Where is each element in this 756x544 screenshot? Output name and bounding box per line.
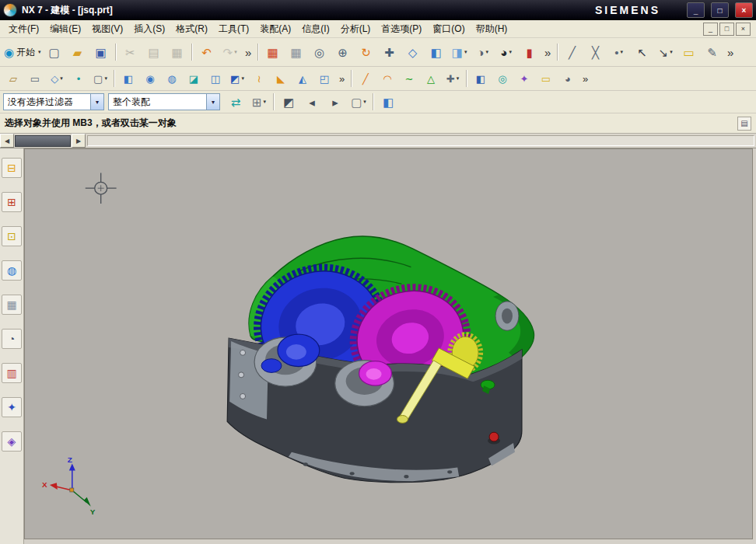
measure-distance-button[interactable]: ▭ bbox=[535, 68, 557, 89]
palette-tab[interactable]: ▥ bbox=[2, 363, 22, 383]
select-arrow-button[interactable]: ↖ bbox=[631, 41, 654, 63]
datum-plane-dropdown[interactable]: ◇▾ bbox=[46, 68, 68, 89]
close-button[interactable]: × bbox=[735, 2, 753, 18]
gear-hub-magenta[interactable] bbox=[359, 361, 392, 385]
toolbar-overflow-button-5[interactable]: » bbox=[579, 68, 592, 89]
shaded-view-dropdown[interactable]: ◑▾ bbox=[471, 41, 495, 63]
menu-analysis[interactable]: 分析(L) bbox=[335, 21, 376, 37]
sketch-button[interactable]: ▱ bbox=[2, 68, 24, 89]
menu-assemblies[interactable]: 装配(A) bbox=[254, 21, 296, 37]
menu-insert[interactable]: 插入(S) bbox=[128, 21, 170, 37]
sketch-task-button[interactable]: ▭ bbox=[24, 68, 46, 89]
next-selection-button[interactable]: ▸ bbox=[324, 91, 347, 113]
menu-tools[interactable]: 工具(T) bbox=[213, 21, 254, 37]
scroll-handle[interactable] bbox=[15, 135, 71, 147]
prev-selection-button[interactable]: ◂ bbox=[300, 91, 324, 113]
revolve-button[interactable]: ◉ bbox=[139, 68, 161, 89]
scroll-right-button[interactable]: ▶ bbox=[72, 134, 86, 148]
scroll-track[interactable] bbox=[87, 135, 754, 146]
system-scenes-tab[interactable]: ◈ bbox=[2, 431, 22, 452]
menu-preferences[interactable]: 首选项(P) bbox=[376, 21, 427, 37]
trim-body-button[interactable]: ◭ bbox=[292, 68, 313, 89]
isometric-view-button[interactable]: ◧ bbox=[425, 41, 448, 63]
toolbar-overflow-button-4[interactable]: » bbox=[335, 68, 348, 89]
point-button[interactable]: • bbox=[68, 68, 89, 89]
wcs-orient-button[interactable]: ✦ bbox=[513, 68, 535, 89]
chamfer-button[interactable]: ◣ bbox=[270, 68, 292, 89]
zoom-area-button[interactable]: ◎ bbox=[308, 41, 331, 63]
unite-dropdown[interactable]: ◩▾ bbox=[226, 68, 248, 89]
roles-tab[interactable]: ✦ bbox=[2, 397, 22, 417]
dropdown-arrow-icon[interactable]: ▾ bbox=[90, 94, 103, 110]
cue-panel-button[interactable]: ▤ bbox=[737, 117, 751, 131]
shell-button[interactable]: ◰ bbox=[313, 68, 335, 89]
menu-format[interactable]: 格式(R) bbox=[170, 21, 213, 37]
viewport-canvas[interactable]: Z X Y bbox=[25, 149, 752, 539]
menu-help[interactable]: 帮助(H) bbox=[471, 21, 513, 37]
polygon-button[interactable]: △ bbox=[420, 68, 442, 89]
move-component-button[interactable]: ◧ bbox=[470, 68, 492, 89]
part-navigator-tab[interactable]: ⊡ bbox=[2, 226, 22, 246]
boss-button[interactable]: ◪ bbox=[183, 68, 205, 89]
snap-end-point-button[interactable]: ╱ bbox=[561, 41, 584, 63]
dropdown-arrow-icon[interactable]: ▾ bbox=[206, 94, 219, 110]
assembly-constraints-button[interactable]: ◎ bbox=[492, 68, 513, 89]
constraint-navigator-tab[interactable]: ⊞ bbox=[2, 192, 22, 212]
toolbar-overflow-button-2[interactable]: » bbox=[541, 41, 555, 63]
arc-button[interactable]: ◠ bbox=[376, 68, 398, 89]
section-view-button[interactable]: ▮ bbox=[518, 41, 541, 63]
menu-view[interactable]: 视图(V) bbox=[86, 21, 128, 37]
menu-window[interactable]: 窗口(O) bbox=[427, 21, 470, 37]
save-button[interactable]: ▣ bbox=[89, 41, 113, 63]
menu-edit[interactable]: 编辑(E) bbox=[44, 21, 86, 37]
extrude-button[interactable]: ◧ bbox=[117, 68, 139, 89]
maximize-button[interactable]: □ bbox=[711, 2, 729, 18]
material-properties-button[interactable]: ◕ bbox=[557, 68, 579, 89]
graphics-window[interactable]: Z X Y bbox=[24, 148, 753, 539]
internet-explorer-tab[interactable]: ◍ bbox=[2, 260, 22, 281]
mdi-minimize-button[interactable]: _ bbox=[703, 23, 718, 36]
menu-information[interactable]: 信息(I) bbox=[296, 21, 334, 37]
history-tab[interactable]: ▦ bbox=[2, 295, 22, 315]
layer-settings-button[interactable]: ▦ bbox=[285, 41, 308, 63]
curve-dropdown[interactable]: ▢▾ bbox=[89, 68, 111, 89]
minimize-button[interactable]: _ bbox=[687, 2, 705, 18]
selection-filter-dropdown[interactable]: 没有选择过滤器 ▾ bbox=[3, 93, 104, 110]
show-hide-button[interactable]: ▦ bbox=[261, 41, 285, 63]
edge-blend-button[interactable]: ≀ bbox=[248, 68, 270, 89]
rendering-style-dropdown[interactable]: ◕▾ bbox=[495, 41, 518, 63]
spline-button[interactable]: ∼ bbox=[398, 68, 420, 89]
redo-dropdown-button[interactable]: ↷▾ bbox=[219, 41, 242, 63]
interpart-link-button[interactable]: ⇄ bbox=[224, 91, 247, 113]
snap-point-dropdown[interactable]: •▾ bbox=[607, 41, 631, 63]
gearbox-model[interactable] bbox=[227, 236, 534, 483]
pocket-button[interactable]: ◫ bbox=[205, 68, 226, 89]
hole-button[interactable]: ◍ bbox=[161, 68, 183, 89]
snap-mid-point-button[interactable]: ╳ bbox=[584, 41, 607, 63]
zoom-in-out-button[interactable]: ⊕ bbox=[331, 41, 355, 63]
new-file-button[interactable]: ▢ bbox=[43, 41, 66, 63]
scroll-left-button[interactable]: ◀ bbox=[0, 134, 14, 148]
paste-button[interactable]: ▦ bbox=[166, 41, 189, 63]
selection-rectangle-dropdown[interactable]: ▢▾ bbox=[347, 91, 370, 113]
measure-tool-button[interactable]: ▭ bbox=[677, 41, 701, 63]
undo-button[interactable]: ↶ bbox=[195, 41, 219, 63]
mdi-close-button[interactable]: × bbox=[736, 23, 751, 36]
right-bearing-boss[interactable] bbox=[495, 302, 519, 330]
trimetric-view-dropdown[interactable]: ◨▾ bbox=[448, 41, 471, 63]
edit-display-button[interactable]: ✎ bbox=[701, 41, 724, 63]
pan-view-button[interactable]: ✚ bbox=[378, 41, 401, 63]
toolbar-overflow-button-3[interactable]: » bbox=[724, 41, 737, 63]
rotate-view-button[interactable]: ↻ bbox=[355, 41, 378, 63]
copy-button[interactable]: ▤ bbox=[142, 41, 166, 63]
true-shading-button[interactable]: ◧ bbox=[376, 91, 400, 113]
snap-point-options-dropdown[interactable]: ⊞▾ bbox=[247, 91, 271, 113]
point-set-dropdown[interactable]: ✚▾ bbox=[442, 68, 464, 89]
open-file-button[interactable]: ▰ bbox=[66, 41, 89, 63]
shaded-selection-button[interactable]: ◩ bbox=[277, 91, 300, 113]
assembly-navigator-tab[interactable]: ⊟ bbox=[2, 158, 22, 178]
menu-file[interactable]: 文件(F) bbox=[3, 21, 44, 37]
selection-scope-dropdown[interactable]: 整个装配 ▾ bbox=[108, 93, 220, 110]
process-studio-tab[interactable]: ◔ bbox=[2, 329, 22, 349]
line-button[interactable]: ╱ bbox=[355, 68, 376, 89]
